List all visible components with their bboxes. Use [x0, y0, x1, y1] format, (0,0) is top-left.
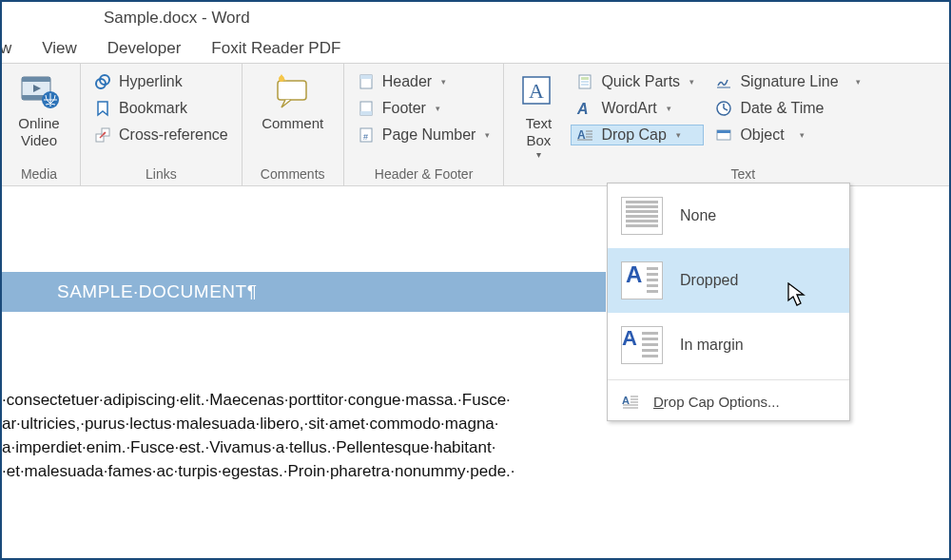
- ribbon-tabs: w View Developer Foxit Reader PDF: [2, 34, 949, 63]
- date-time-label: Date & Time: [740, 100, 824, 117]
- group-text: A Text Box ▾ Quick Parts ▾ A WordA: [504, 64, 949, 185]
- tab-foxit[interactable]: Foxit Reader PDF: [211, 39, 340, 58]
- svg-rect-11: [278, 81, 306, 100]
- object-button[interactable]: Object ▾: [709, 125, 871, 145]
- svg-rect-36: [717, 130, 730, 133]
- group-label-links: Links: [88, 164, 234, 185]
- drop-cap-icon: A: [576, 126, 593, 144]
- online-video-button[interactable]: Online Video: [6, 68, 72, 149]
- group-comments: Comment Comments: [243, 64, 344, 185]
- header-button[interactable]: Header ▾: [352, 71, 496, 92]
- tab-developer[interactable]: Developer: [107, 39, 182, 58]
- drop-cap-options-label: DDrop Cap Options...rop Cap Options...: [653, 394, 780, 410]
- text-box-button[interactable]: A Text Box ▾: [512, 68, 565, 160]
- chevron-down-icon: ▾: [536, 149, 541, 160]
- page-number-label: Page Number: [382, 126, 476, 144]
- svg-rect-24: [581, 84, 589, 86]
- cross-reference-button[interactable]: Cross-reference: [88, 125, 234, 145]
- footer-label: Footer: [382, 100, 426, 117]
- svg-text:A: A: [529, 79, 544, 103]
- group-links: Hyperlink Bookmark Cross-reference Links: [81, 64, 243, 185]
- svg-rect-22: [581, 77, 589, 80]
- chevron-down-icon: ▾: [676, 130, 681, 140]
- hyperlink-button[interactable]: Hyperlink: [88, 71, 234, 92]
- wordart-button[interactable]: A WordArt ▾: [571, 98, 704, 119]
- signature-line-icon: [715, 73, 732, 90]
- footer-button[interactable]: Footer ▾: [352, 98, 496, 119]
- header-icon: [358, 73, 375, 90]
- doc-line: a·imperdiet·enim.·Fusce·est.·Vivamus·a·t…: [2, 435, 630, 459]
- cross-reference-icon: [94, 126, 111, 144]
- object-icon: [715, 126, 732, 144]
- online-video-label: Online Video: [18, 115, 59, 149]
- drop-cap-dropped[interactable]: A Dropped: [608, 248, 849, 313]
- drop-cap-none-label: None: [680, 207, 716, 224]
- online-video-icon: [18, 71, 60, 113]
- cross-reference-label: Cross-reference: [119, 126, 228, 144]
- tab-view[interactable]: View: [42, 39, 77, 58]
- window-title: Sample.docx - Word: [2, 2, 949, 34]
- chevron-down-icon: ▾: [441, 77, 446, 87]
- signature-line-button[interactable]: Signature Line ▾: [709, 71, 871, 92]
- comment-button[interactable]: Comment: [250, 68, 336, 132]
- hyperlink-label: Hyperlink: [119, 73, 183, 90]
- comment-label: Comment: [262, 115, 323, 132]
- svg-rect-14: [360, 75, 372, 79]
- svg-text:A: A: [622, 395, 630, 406]
- hyperlink-icon: [94, 73, 111, 90]
- drop-cap-menu: None A Dropped A In margin A DDrop Cap O…: [607, 183, 850, 421]
- svg-rect-23: [581, 81, 589, 83]
- document-body[interactable]: ·consectetuer·adipiscing·elit.·Maecenas·…: [2, 312, 630, 483]
- drop-cap-options-icon: A: [621, 392, 640, 411]
- doc-line: ·consectetuer·adipiscing·elit.·Maecenas·…: [2, 388, 630, 412]
- group-label-header-footer: Header & Footer: [352, 164, 496, 185]
- bookmark-icon: [94, 100, 111, 117]
- text-box-label: Text Box: [526, 115, 553, 149]
- doc-line: ·et·malesuada·fames·ac·turpis·egestas.·P…: [2, 459, 630, 483]
- quick-parts-icon: [576, 73, 593, 90]
- tab-review-partial[interactable]: w: [0, 39, 11, 58]
- drop-cap-none-thumb: [621, 197, 663, 235]
- wordart-label: WordArt: [601, 100, 656, 117]
- bookmark-button[interactable]: Bookmark: [88, 98, 234, 119]
- date-time-icon: [715, 100, 732, 117]
- quick-parts-label: Quick Parts: [601, 73, 680, 90]
- drop-cap-dropped-label: Dropped: [680, 272, 738, 289]
- chevron-down-icon: ▾: [856, 77, 861, 87]
- group-media: Online Video Media: [2, 64, 81, 185]
- footer-icon: [358, 100, 375, 117]
- group-header-footer: Header ▾ Footer ▾ # Page Number ▾: [344, 64, 505, 185]
- document-title-band: SAMPLE·DOCUMENT¶: [2, 272, 606, 312]
- drop-cap-button[interactable]: A Drop Cap ▾: [571, 125, 704, 145]
- wordart-icon: A: [576, 100, 593, 117]
- svg-text:#: #: [363, 132, 368, 142]
- group-label-media: Media: [6, 164, 72, 185]
- group-label-comments: Comments: [250, 164, 336, 185]
- drop-cap-in-margin[interactable]: A In margin: [608, 313, 849, 377]
- chevron-down-icon: ▾: [436, 104, 440, 113]
- text-box-icon: A: [517, 71, 559, 113]
- drop-cap-options[interactable]: A DDrop Cap Options...rop Cap Options...: [608, 382, 849, 420]
- date-time-button[interactable]: Date & Time: [709, 98, 871, 119]
- bookmark-label: Bookmark: [119, 100, 187, 117]
- chevron-down-icon: ▾: [667, 104, 671, 113]
- svg-text:A: A: [576, 101, 589, 117]
- drop-cap-none[interactable]: None: [608, 183, 849, 248]
- chevron-down-icon: ▾: [485, 130, 490, 140]
- ribbon: Online Video Media Hyperlink Bookmark: [2, 63, 949, 186]
- page-number-button[interactable]: # Page Number ▾: [352, 125, 496, 145]
- chevron-down-icon: ▾: [689, 77, 694, 87]
- menu-separator: [608, 379, 849, 380]
- svg-rect-16: [360, 111, 372, 115]
- quick-parts-button[interactable]: Quick Parts ▾: [571, 71, 704, 92]
- drop-cap-dropped-thumb: A: [621, 261, 663, 299]
- chevron-down-icon: ▾: [800, 130, 805, 140]
- object-label: Object: [740, 126, 784, 144]
- page-number-icon: #: [358, 126, 375, 144]
- signature-line-label: Signature Line: [740, 73, 838, 90]
- drop-cap-in-margin-label: In margin: [680, 337, 744, 354]
- header-label: Header: [382, 73, 432, 90]
- comment-icon: [272, 71, 314, 113]
- svg-rect-1: [22, 77, 50, 82]
- drop-cap-margin-thumb: A: [621, 326, 663, 364]
